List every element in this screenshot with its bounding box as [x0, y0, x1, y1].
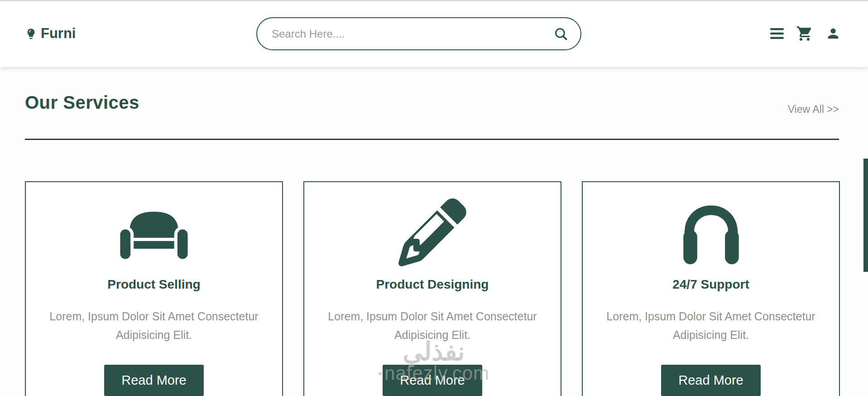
search-bar[interactable]	[256, 17, 581, 50]
card-description: Lorem, Ipsum Dolor Sit Amet Consectetur …	[316, 307, 549, 345]
card-description: Lorem, Ipsum Dolor Sit Amet Consectetur …	[38, 307, 271, 345]
services-card-row: Product Selling Lorem, Ipsum Dolor Sit A…	[25, 181, 840, 396]
page-title: Our Services	[25, 92, 139, 113]
header-nav-icons	[770, 0, 868, 67]
search-input[interactable]	[271, 27, 553, 41]
card-title: 24/7 Support	[672, 277, 749, 292]
section-divider	[25, 139, 839, 140]
read-more-button[interactable]: Read More	[661, 365, 760, 396]
scrollbar-thumb[interactable]	[863, 159, 868, 272]
card-description: Lorem, Ipsum Dolor Sit Amet Consectetur …	[595, 307, 828, 345]
logo[interactable]: Furni	[25, 0, 76, 67]
service-card-product-designing: Product Designing Lorem, Ipsum Dolor Sit…	[303, 181, 561, 396]
search-icon[interactable]	[553, 26, 569, 42]
menu-icon[interactable]	[770, 27, 784, 40]
service-card-product-selling: Product Selling Lorem, Ipsum Dolor Sit A…	[25, 181, 283, 396]
read-more-button[interactable]: Read More	[383, 365, 482, 396]
view-all-link[interactable]: View All >>	[788, 103, 839, 116]
pencil-icon	[398, 198, 466, 266]
couch-icon	[115, 202, 193, 266]
logo-text: Furni	[41, 25, 76, 42]
page-top-progress-line	[0, 0, 868, 1]
card-title: Product Designing	[376, 277, 489, 292]
cart-icon[interactable]	[796, 25, 813, 42]
headphones-icon	[674, 201, 748, 266]
lightbulb-icon	[25, 28, 37, 40]
service-card-support: 24/7 Support Lorem, Ipsum Dolor Sit Amet…	[582, 181, 840, 396]
user-icon[interactable]	[825, 26, 841, 41]
header: Furni	[0, 0, 868, 67]
card-title: Product Selling	[107, 277, 200, 292]
read-more-button[interactable]: Read More	[104, 365, 203, 396]
